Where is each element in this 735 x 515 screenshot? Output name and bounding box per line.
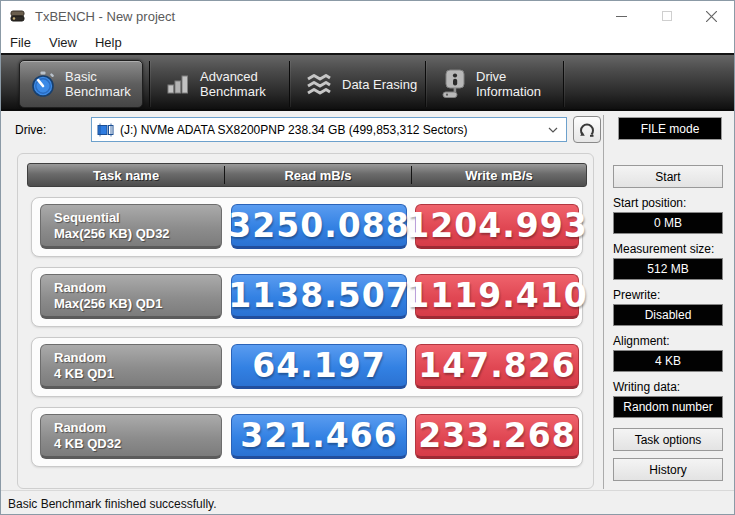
app-logo-icon xyxy=(9,8,27,24)
task-name-box: Random 4 KB QD32 xyxy=(40,414,222,459)
results-header: Task name Read mB/s Write mB/s xyxy=(27,163,587,187)
erase-waves-icon xyxy=(305,73,333,95)
drive-select[interactable]: (J:) NVMe ADATA SX8200PNP 238.34 GB (499… xyxy=(91,117,567,142)
start-position-label: Start position: xyxy=(613,196,686,210)
prewrite-label: Prewrite: xyxy=(613,288,660,302)
tab-data-erasing[interactable]: Data Erasing xyxy=(295,60,421,108)
tab-data-erasing-label-line1: Data Erasing xyxy=(342,77,417,92)
tab-advanced-benchmark[interactable]: Advanced Benchmark xyxy=(155,60,285,108)
bar-chart-icon xyxy=(165,71,191,97)
menu-view[interactable]: View xyxy=(40,33,86,52)
menu-file[interactable]: File xyxy=(1,33,40,52)
task-name-line1: Random xyxy=(54,280,221,296)
toolbar-separator xyxy=(289,61,290,107)
tab-basic-label-line2: Benchmark xyxy=(65,84,131,99)
close-icon xyxy=(706,11,717,22)
task-name-line2: 4 KB QD1 xyxy=(54,366,221,382)
task-name-line1: Sequential xyxy=(54,210,221,226)
writing-data-label: Writing data: xyxy=(613,380,680,394)
statusbar: Basic Benchmark finished successfully. xyxy=(1,490,734,515)
refresh-icon xyxy=(579,122,595,138)
read-speed-value: 3250.088 xyxy=(231,204,407,249)
menubar: File View Help xyxy=(1,31,734,53)
table-row: Random 4 KB QD32 321.466 233.268 xyxy=(31,407,583,467)
header-task-name: Task name xyxy=(28,164,224,186)
drive-label: Drive: xyxy=(15,123,46,137)
stopwatch-icon xyxy=(30,71,56,98)
writing-data-value[interactable]: Random number xyxy=(613,396,723,418)
measurement-size-label: Measurement size: xyxy=(613,242,714,256)
tab-drive-info-label-line2: Information xyxy=(476,84,541,99)
toolbar-separator xyxy=(149,61,150,107)
refresh-drives-button[interactable] xyxy=(573,116,601,143)
task-name-line2: 4 KB QD32 xyxy=(54,436,221,452)
toolbar-separator xyxy=(563,61,564,107)
drive-selected-value: (J:) NVMe ADATA SX8200PNP 238.34 GB (499… xyxy=(120,123,548,137)
task-name-line2: Max(256 KB) QD32 xyxy=(54,226,221,242)
tab-advanced-label-line2: Benchmark xyxy=(200,84,266,99)
status-message: Basic Benchmark finished successfully. xyxy=(8,497,217,511)
menu-help[interactable]: Help xyxy=(86,33,131,52)
chevron-down-icon xyxy=(548,127,558,133)
toolbar-separator xyxy=(425,61,426,107)
write-speed-value: 1119.410 xyxy=(415,274,579,319)
task-name-line1: Random xyxy=(54,350,221,366)
window-title: TxBENCH - New project xyxy=(35,9,175,24)
write-speed-value: 1204.993 xyxy=(415,204,579,249)
maximize-icon xyxy=(662,11,672,21)
write-speed-value: 233.268 xyxy=(415,414,579,459)
alignment-label: Alignment: xyxy=(613,334,670,348)
alignment-value[interactable]: 4 KB xyxy=(613,350,723,372)
table-row: Random 4 KB QD1 64.197 147.826 xyxy=(31,337,583,397)
tab-drive-information[interactable]: Drive Information xyxy=(431,60,559,108)
header-read: Read mB/s xyxy=(225,164,411,186)
tab-basic-benchmark[interactable]: Basic Benchmark xyxy=(19,60,143,108)
start-position-value[interactable]: 0 MB xyxy=(613,212,723,234)
prewrite-value[interactable]: Disabled xyxy=(613,304,723,326)
read-speed-value: 321.466 xyxy=(231,414,407,459)
txbench-window: TxBENCH - New project File View Help xyxy=(0,0,735,515)
table-row: Sequential Max(256 KB) QD32 3250.088 120… xyxy=(31,197,583,257)
minimize-button[interactable] xyxy=(599,1,644,31)
tab-basic-label-line1: Basic xyxy=(65,69,131,84)
read-speed-value: 1138.507 xyxy=(231,274,407,319)
maximize-button xyxy=(644,1,689,31)
drive-info-icon xyxy=(441,69,467,99)
task-options-button[interactable]: Task options xyxy=(613,428,723,451)
write-speed-value: 147.826 xyxy=(415,344,579,389)
titlebar: TxBENCH - New project xyxy=(1,1,734,31)
file-mode-indicator[interactable]: FILE mode xyxy=(618,117,722,140)
tab-drive-info-label-line1: Drive xyxy=(476,69,541,84)
task-name-box: Random 4 KB QD1 xyxy=(40,344,222,389)
drive-icon xyxy=(97,123,114,137)
read-speed-value: 64.197 xyxy=(231,344,407,389)
task-name-box: Sequential Max(256 KB) QD32 xyxy=(40,204,222,249)
toolbar: Basic Benchmark Advanced Benchmark xyxy=(1,53,734,111)
task-name-line2: Max(256 KB) QD1 xyxy=(54,296,221,312)
header-write: Write mB/s xyxy=(412,164,586,186)
task-name-line1: Random xyxy=(54,420,221,436)
history-button[interactable]: History xyxy=(613,458,723,481)
minimize-icon xyxy=(616,11,627,22)
table-row: Random Max(256 KB) QD1 1138.507 1119.410 xyxy=(31,267,583,327)
start-button[interactable]: Start xyxy=(613,165,723,188)
panel-divider xyxy=(603,115,604,489)
task-name-box: Random Max(256 KB) QD1 xyxy=(40,274,222,319)
measurement-size-value[interactable]: 512 MB xyxy=(613,258,723,280)
close-button[interactable] xyxy=(689,1,734,31)
tab-advanced-label-line1: Advanced xyxy=(200,69,266,84)
